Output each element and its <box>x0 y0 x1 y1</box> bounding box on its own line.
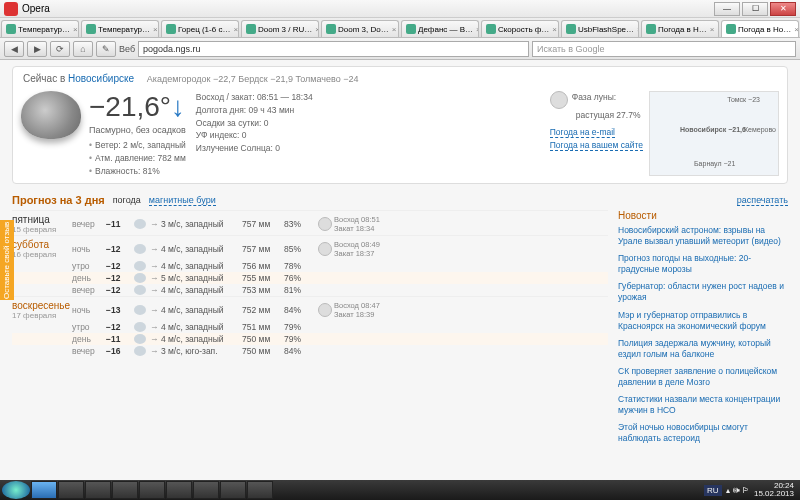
maximize-button[interactable]: ☐ <box>742 2 768 16</box>
close-tab-icon[interactable]: × <box>233 25 238 34</box>
page-content: Оставьте свой отзыв Сейчас в Новосибирск… <box>0 60 800 480</box>
close-tab-icon[interactable]: × <box>476 25 479 34</box>
close-tab-icon[interactable]: × <box>637 25 639 34</box>
task-app7[interactable] <box>193 481 219 499</box>
cloud-icon <box>134 261 146 271</box>
close-tab-icon[interactable]: × <box>392 25 397 34</box>
search-input[interactable]: Искать в Google <box>532 41 796 57</box>
temp: −12 <box>106 322 134 332</box>
back-button[interactable]: ◀ <box>4 41 24 57</box>
task-app5[interactable] <box>139 481 165 499</box>
reload-button[interactable]: ⟳ <box>50 41 70 57</box>
task-opera[interactable] <box>31 481 57 499</box>
browser-tab[interactable]: Doom 3, Do…× <box>321 20 399 37</box>
browser-tab[interactable]: Погода в Но…× <box>721 20 799 37</box>
email-link[interactable]: Погода на e-mail <box>550 127 615 138</box>
browser-tab[interactable]: Doom 3 / RU…× <box>241 20 319 37</box>
widget-link[interactable]: Погода на вашем сайте <box>550 140 643 151</box>
temp: −12 <box>106 244 134 254</box>
tab-label: Doom 3 / RU… <box>258 25 312 34</box>
opera-icon[interactable] <box>4 2 18 16</box>
pressure: 751 мм <box>242 322 284 332</box>
news-column: Новости Новосибирский астроном: взрывы н… <box>618 210 788 450</box>
news-link[interactable]: Новосибирский астроном: взрывы на Урале … <box>618 225 788 248</box>
tab-weather[interactable]: погода <box>113 195 141 205</box>
browser-tab[interactable]: Скорость ф…× <box>481 20 559 37</box>
browser-tab[interactable]: Температур…× <box>81 20 159 37</box>
day-date: 15 февраля <box>12 225 72 234</box>
close-tab-icon[interactable]: × <box>153 25 158 34</box>
news-link[interactable]: Прогноз погоды на выходные: 20-градусные… <box>618 253 788 276</box>
favicon-icon <box>646 24 656 34</box>
task-ie[interactable] <box>85 481 111 499</box>
humidity: 78% <box>284 261 318 271</box>
task-app4[interactable] <box>112 481 138 499</box>
close-tab-icon[interactable]: × <box>794 25 799 34</box>
forecast-row: суббота16 февраляночь−12→ 4 м/с, западны… <box>12 238 608 260</box>
browser-tab[interactable]: Погода в Н…× <box>641 20 719 37</box>
sunrise-sunset: Восход / закат: 08:51 — 18:34 <box>196 91 313 104</box>
tray-icons[interactable]: ▴ 🕪 🏳 <box>726 486 750 495</box>
news-link[interactable]: Губернатор: области нужен рост надоев и … <box>618 281 788 304</box>
news-link[interactable]: Этой ночью новосибирцы смогут наблюдать … <box>618 422 788 445</box>
forecast-row: утро−12→ 4 м/с, западный756 мм78% <box>12 260 608 272</box>
clock-date: 15.02.2013 <box>754 489 794 498</box>
moon-icon <box>318 217 332 231</box>
favicon-icon <box>486 24 496 34</box>
task-app8[interactable] <box>220 481 246 499</box>
news-link[interactable]: Мэр и губернатор отправились в Красноярс… <box>618 310 788 333</box>
close-tab-icon[interactable]: × <box>315 25 319 34</box>
minimize-button[interactable]: — <box>714 2 740 16</box>
forecast-header: Прогноз на 3 дня погода магнитные бури р… <box>12 194 788 206</box>
tab-label: Температур… <box>98 25 150 34</box>
uv-index: УФ индекс: 0 <box>196 129 313 142</box>
close-tab-icon[interactable]: × <box>710 25 715 34</box>
tab-label: Погода в Н… <box>658 25 707 34</box>
url-input[interactable]: pogoda.ngs.ru <box>138 41 529 57</box>
close-tab-icon[interactable]: × <box>73 25 78 34</box>
city-link[interactable]: Новосибирске <box>68 73 134 84</box>
region-map[interactable]: Томск −23 Новосибирск −21,6 Кемерово Бар… <box>649 91 779 176</box>
tab-magnetic[interactable]: магнитные бури <box>149 195 216 206</box>
humidity: 83% <box>284 219 318 229</box>
task-app9[interactable] <box>247 481 273 499</box>
tab-label: Скорость ф… <box>498 25 549 34</box>
browser-tab[interactable]: Дефанс — B…× <box>401 20 479 37</box>
print-link[interactable]: распечатать <box>737 195 788 206</box>
forward-button[interactable]: ▶ <box>27 41 47 57</box>
close-button[interactable]: ✕ <box>770 2 796 16</box>
moon-icon <box>550 91 568 109</box>
day-name: пятница <box>12 214 72 225</box>
home-button[interactable]: ⌂ <box>73 41 93 57</box>
day-part: ночь <box>72 305 106 315</box>
news-link[interactable]: Полиция задержала мужчину, который ездил… <box>618 338 788 361</box>
favicon-icon <box>326 24 336 34</box>
wand-button[interactable]: ✎ <box>96 41 116 57</box>
task-explorer[interactable] <box>58 481 84 499</box>
day-part: вечер <box>72 219 106 229</box>
browser-tabs: Температур…×Температур…×Горец (1-6 с…×Do… <box>0 18 800 38</box>
moon-icon <box>318 242 332 256</box>
temp: −12 <box>106 273 134 283</box>
news-title: Новости <box>618 210 788 221</box>
day-part: утро <box>72 261 106 271</box>
favicon-icon <box>246 24 256 34</box>
task-app6[interactable] <box>166 481 192 499</box>
day-name: воскресенье <box>12 300 72 311</box>
browser-tab[interactable]: UsbFlashSpe…× <box>561 20 639 37</box>
start-button[interactable] <box>2 481 30 499</box>
news-link[interactable]: СК проверяет заявление о полицейском дав… <box>618 366 788 389</box>
pressure: 755 мм <box>242 273 284 283</box>
forecast-table: пятница15 февралявечер−11→ 3 м/с, западн… <box>12 210 608 450</box>
address-bar: ◀ ▶ ⟳ ⌂ ✎ Веб pogoda.ngs.ru Искать в Goo… <box>0 38 800 60</box>
forecast-row: вечер−16→ 3 м/с, юго-зап.750 мм84% <box>12 345 608 357</box>
browser-tab[interactable]: Горец (1-6 с…× <box>161 20 239 37</box>
wind: → 4 м/с, западный <box>150 322 242 332</box>
humidity: 81% <box>284 285 318 295</box>
wind: → 4 м/с, западный <box>150 334 242 344</box>
news-link[interactable]: Статистики назвали места концентрации му… <box>618 394 788 417</box>
close-tab-icon[interactable]: × <box>552 25 557 34</box>
browser-tab[interactable]: Температур…× <box>1 20 79 37</box>
feedback-tab[interactable]: Оставьте свой отзыв <box>0 220 14 300</box>
lang-indicator[interactable]: RU <box>704 485 722 496</box>
